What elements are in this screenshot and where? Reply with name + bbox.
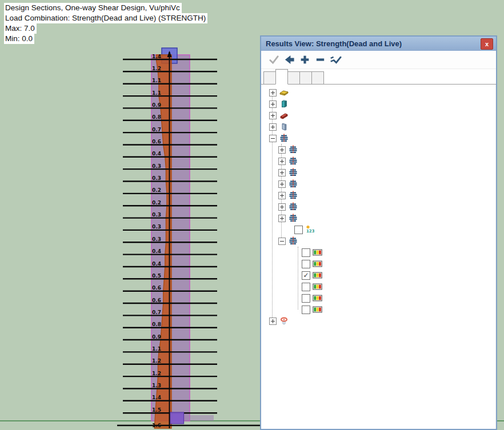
result-legend: Design Sections, One-way Shear Design, V… (4, 3, 207, 44)
checkbox-shear-stress-check-ng[interactable] (302, 248, 310, 257)
tree-item-design-criteria[interactable]: 123 (261, 224, 495, 235)
tree-item-stresses[interactable] (261, 167, 495, 178)
beam-icon (279, 111, 289, 120)
floor-value-label: 1.2 (152, 358, 161, 364)
help-icon[interactable] (344, 54, 358, 66)
tree-item-concrete-shear-strength-phivc[interactable] (261, 258, 495, 270)
expand-toggle-icon[interactable] (269, 112, 277, 119)
expand-toggle-icon[interactable] (278, 158, 286, 165)
expand-toggle-icon[interactable] (269, 89, 277, 97)
section-icon (279, 134, 289, 143)
column-icon (279, 99, 289, 108)
expand-toggle-icon[interactable] (269, 123, 277, 131)
tree-item-actions[interactable] (261, 155, 495, 167)
tab-loads[interactable] (263, 71, 276, 84)
tab-display[interactable] (299, 71, 312, 84)
checkbox-concrete-shear-strength-phivc[interactable] (302, 260, 310, 268)
floor-value-label: 0.4 (152, 261, 161, 267)
checkbox-vu-phivc[interactable]: ✓ (302, 271, 310, 280)
tree-item-reinforcement-longitudinal[interactable] (261, 201, 495, 212)
floor-value-label: 1.4 (152, 395, 161, 400)
floor-value-label: 0.7 (152, 127, 161, 132)
tree-item-contribution-of-prestressing-to-moment-capacity-of-beam[interactable] (261, 212, 495, 224)
floor-value-label: 0.2 (152, 200, 161, 206)
section-icon (289, 191, 298, 200)
section-icon (289, 236, 298, 246)
application-viewport: 1.41.21.11.10.90.80.70.60.40.30.30.20.20… (0, 0, 504, 430)
colorscale-icon (313, 272, 322, 279)
add-icon[interactable] (298, 54, 311, 66)
checkbox-asv-provided[interactable] (302, 294, 310, 303)
remove-icon[interactable] (313, 54, 327, 66)
tree-item-vu-phivc[interactable]: ✓ (261, 270, 495, 281)
results-view-panel: Results View: Strength(Dead and Live) x … (260, 35, 497, 430)
tree-item-investigation[interactable] (261, 190, 495, 201)
colorscale-icon (313, 306, 322, 313)
floor-value-label: 0.4 (152, 151, 161, 156)
tree-item-deformation[interactable] (261, 144, 495, 155)
legend-result-type: Design Sections, One-way Shear Design, V… (4, 3, 182, 13)
tree-item-shear-stirrups[interactable] (261, 304, 495, 315)
floor-value-label: 0.2 (152, 187, 161, 193)
floor-value-label: 0.3 (152, 163, 161, 169)
collapse-toggle-icon[interactable] (269, 135, 277, 142)
wall-icon (279, 122, 289, 131)
checkbox-asv-required[interactable] (302, 283, 310, 291)
floor-value-label: 1.6 (152, 423, 161, 428)
floor-value-label: 0.4 (152, 248, 161, 254)
colorscale-icon (313, 260, 322, 267)
floor-value-label: 0.6 (152, 298, 161, 303)
tree-item-asv-provided[interactable] (261, 292, 495, 304)
tree-item-one-way-shear-design[interactable] (261, 235, 495, 247)
legend-max-value: Max: 7.0 (4, 23, 37, 34)
tree-item-slab[interactable] (261, 87, 495, 98)
checkbox-design-criteria[interactable] (294, 226, 303, 234)
tab-settings[interactable] (311, 71, 324, 84)
legend-load-combination: Load Combination: Strength(Dead and Live… (4, 13, 207, 23)
floor-value-label: 0.6 (152, 139, 161, 144)
svg-text:123: 123 (306, 229, 314, 234)
floor-value-label: 0.6 (152, 285, 161, 291)
panel-titlebar[interactable]: Results View: Strength(Dead and Live) x (261, 37, 496, 51)
floor-value-label: 1.2 (152, 371, 161, 376)
apply-check-icon[interactable] (267, 54, 281, 66)
expand-toggle-icon[interactable] (278, 215, 286, 222)
expand-toggle-icon[interactable] (269, 318, 277, 325)
expand-toggle-icon[interactable] (278, 146, 286, 154)
tree-item-beam[interactable] (261, 110, 495, 121)
expand-toggle-icon[interactable] (278, 169, 286, 176)
tree-item-load-takedown[interactable] (261, 315, 495, 327)
section-icon (289, 202, 298, 211)
floor-value-label: 0.3 (152, 224, 161, 230)
expand-toggle-icon[interactable] (278, 192, 286, 199)
tree-item-wall[interactable] (261, 121, 495, 132)
collapse-toggle-icon[interactable] (278, 238, 286, 245)
check-all-icon[interactable] (329, 54, 342, 66)
expand-toggle-icon[interactable] (278, 180, 286, 188)
floor-value-label: 0.3 (152, 175, 161, 181)
legend-min-value: Min: 0.0 (4, 34, 34, 44)
floor-value-label: 1.4 (152, 54, 161, 59)
floor-value-label: 0.9 (152, 102, 161, 108)
tree-item-design-sections[interactable] (261, 132, 495, 144)
floor-value-label: 1.1 (152, 90, 161, 96)
panel-tabs (261, 69, 496, 85)
colorscale-icon (313, 295, 322, 302)
close-button[interactable]: x (481, 38, 493, 50)
checkbox-shear-stirrups[interactable] (302, 306, 310, 314)
tree-item-shear-stress-check-ng[interactable] (261, 247, 495, 258)
expand-toggle-icon[interactable] (278, 203, 286, 211)
expand-toggle-icon[interactable] (269, 101, 277, 108)
tree-item-column[interactable] (261, 98, 495, 110)
back-arrow-icon[interactable] (282, 54, 296, 66)
tab-analysis[interactable] (275, 69, 288, 85)
panel-toolbar (261, 51, 496, 69)
tab-colorize[interactable] (287, 71, 300, 84)
colorscale-icon (313, 283, 322, 290)
floor-value-label: 0.3 (152, 236, 161, 242)
floor-value-label: 0.3 (152, 212, 161, 218)
tree-item-balanced-loading[interactable] (261, 178, 495, 190)
colorscale-icon (313, 249, 322, 256)
section-icon (289, 145, 298, 154)
tree-item-asv-required[interactable] (261, 281, 495, 292)
